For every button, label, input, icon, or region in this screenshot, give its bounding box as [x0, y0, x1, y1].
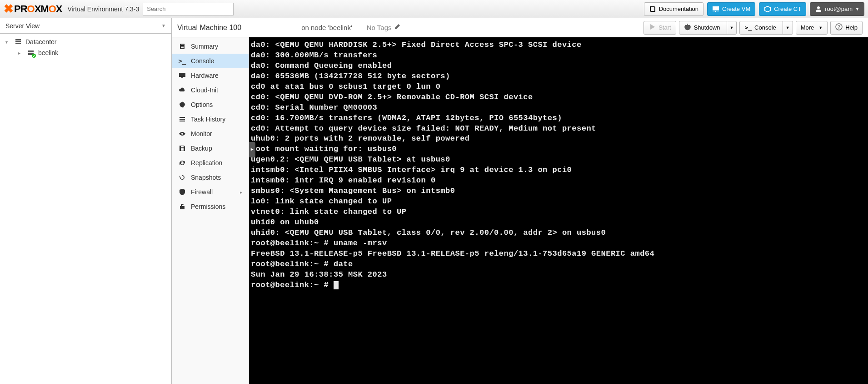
list-icon [178, 116, 186, 123]
console-line: cd0: <QEMU QEMU DVD-ROM 2.5+> Removable … [251, 92, 866, 103]
notes-icon [178, 43, 186, 50]
vm-sidemenu: Summary >_ Console Hardware Cloud-Init O… [172, 37, 249, 384]
sidemenu-label: Backup [191, 145, 212, 152]
main-panel: Virtual Machine 100 on node 'beelink' No… [172, 18, 868, 384]
logo-x-icon: ✖ [4, 2, 13, 16]
sidemenu-options[interactable]: Options [172, 97, 249, 112]
sidemenu-label: Snapshots [191, 174, 221, 181]
sidemenu-permissions[interactable]: Permissions [172, 199, 249, 214]
history-icon [178, 174, 186, 181]
chevron-right-icon: ▸ [240, 190, 242, 195]
console-line: intsmb0: intr IRQ 9 enabled revision 0 [251, 176, 866, 186]
shutdown-caret[interactable]: ▼ [727, 21, 737, 34]
view-selector[interactable]: Server View ▼ [0, 18, 171, 34]
console-line: da0: 65536MB (134217728 512 byte sectors… [251, 71, 866, 82]
console-line: cd0: Attempt to query device size failed… [251, 124, 866, 134]
content-header: Virtual Machine 100 on node 'beelink' No… [172, 18, 868, 37]
sidemenu-backup[interactable]: Backup [172, 141, 249, 156]
product-version: Virtual Environment 7.3-3 [68, 5, 140, 13]
console-line: cd0: 16.700MB/s transfers (WDMA2, ATAPI … [251, 113, 866, 124]
sidemenu-monitor[interactable]: Monitor [172, 126, 249, 141]
console-line: da0: <QEMU QEMU HARDDISK 2.5+> Fixed Dir… [251, 40, 866, 51]
vm-title: Virtual Machine 100 [177, 24, 241, 32]
sidemenu-replication[interactable]: Replication [172, 156, 249, 170]
sidemenu-console[interactable]: >_ Console [172, 54, 249, 68]
chevron-down-icon: ▼ [855, 7, 859, 11]
gear-icon [178, 101, 186, 108]
console-line: cd0 at ata1 bus 0 scbus1 target 0 lun 0 [251, 82, 866, 92]
help-icon: ? [835, 23, 843, 32]
user-menu-button[interactable]: root@pam ▼ [810, 2, 864, 16]
create-vm-label: Create VM [722, 5, 750, 12]
book-icon [649, 5, 656, 13]
svg-point-0 [32, 54, 36, 58]
tree-label: beelink [38, 49, 58, 56]
start-button[interactable]: Start [644, 21, 676, 35]
expand-icon[interactable]: ▸ [18, 51, 24, 56]
console-line: cd0: Serial Number QM00003 [251, 103, 866, 113]
top-bar: ✖ PROXMOX Virtual Environment 7.3-3 Docu… [0, 0, 868, 18]
help-button[interactable]: ? Help [830, 21, 863, 35]
tags-editor[interactable]: No Tags [367, 23, 401, 32]
create-ct-button[interactable]: Create CT [759, 2, 806, 16]
sidemenu-cloudinit[interactable]: Cloud-Init [172, 83, 249, 97]
monitor-icon [712, 5, 719, 13]
sidemenu-label: Options [191, 101, 213, 108]
sidemenu-label: Cloud-Init [191, 86, 218, 94]
save-icon [178, 145, 186, 152]
unlock-icon [178, 203, 186, 210]
play-icon [649, 23, 656, 32]
sidemenu-taskhistory[interactable]: Task History [172, 112, 249, 126]
logo-text: PROXMOX [14, 3, 62, 15]
shutdown-button[interactable]: Shutdown ▼ [679, 21, 737, 35]
tree-item-datacenter[interactable]: ▾ Datacenter [0, 36, 171, 47]
more-button[interactable]: More ▼ [796, 21, 828, 35]
resource-tree: ▾ Datacenter ▸ beelink [0, 34, 171, 61]
server-icon [27, 49, 35, 56]
console-line: ugen0.2: <QEMU QEMU USB Tablet> at usbus… [251, 155, 866, 165]
more-label: More [801, 24, 814, 31]
collapse-icon[interactable]: ▾ [5, 40, 11, 45]
chevron-down-icon: ▼ [786, 25, 790, 30]
chevron-down-icon: ▼ [818, 25, 823, 30]
sidemenu-label: Permissions [191, 203, 225, 210]
sidemenu-snapshots[interactable]: Snapshots [172, 170, 249, 185]
chevron-down-icon: ▼ [161, 23, 166, 28]
sidemenu-summary[interactable]: Summary [172, 39, 249, 54]
console-line: vtnet0: link state changed to UP [251, 207, 866, 217]
sidemenu-label: Monitor [191, 130, 212, 137]
console-line: da0: Command Queueing enabled [251, 61, 866, 71]
user-label: root@pam [825, 5, 853, 12]
sidemenu-label: Replication [191, 159, 222, 167]
sidemenu-label: Hardware [191, 72, 219, 79]
create-vm-button[interactable]: Create VM [707, 2, 755, 16]
pencil-icon [394, 23, 401, 32]
console-label: Console [754, 24, 776, 31]
sidemenu-hardware[interactable]: Hardware [172, 68, 249, 83]
logo: ✖ PROXMOX [4, 2, 62, 16]
console-caret[interactable]: ▼ [783, 21, 793, 34]
start-label: Start [658, 24, 671, 31]
vm-actions: Start Shutdown ▼ >_ Console ▼ More ▼ [644, 21, 863, 35]
tree-item-node[interactable]: ▸ beelink [0, 47, 171, 58]
sidemenu-firewall[interactable]: Firewall ▸ [172, 185, 249, 199]
help-label: Help [845, 24, 858, 31]
chevron-down-icon: ▼ [730, 25, 734, 30]
console-line: uhid0 on uhub0 [251, 217, 866, 228]
console-line: smbus0: <System Management Bus> on intsm… [251, 186, 866, 197]
search-input[interactable] [143, 3, 234, 15]
terminal-icon: >_ [744, 24, 752, 31]
power-icon [684, 23, 691, 32]
tree-label: Datacenter [25, 38, 56, 45]
left-panel: Server View ▼ ▾ Datacenter ▸ beelink [0, 18, 172, 384]
console-line: Root mount waiting for: usbus0 [251, 144, 866, 155]
terminal-icon: >_ [178, 57, 186, 65]
sidemenu-label: Task History [191, 116, 225, 123]
main-layout: Server View ▼ ▾ Datacenter ▸ beelink [0, 18, 868, 384]
console-output[interactable]: ▶ da0: <QEMU QEMU HARDDISK 2.5+> Fixed D… [249, 37, 868, 384]
panel-expand-handle[interactable]: ▶ [249, 142, 255, 157]
console-button[interactable]: >_ Console ▼ [739, 21, 793, 35]
console-line: uhid0: <QEMU QEMU USB Tablet, class 0/0,… [251, 228, 866, 238]
documentation-button[interactable]: Documentation [644, 2, 703, 16]
sidemenu-label: Console [191, 57, 214, 65]
